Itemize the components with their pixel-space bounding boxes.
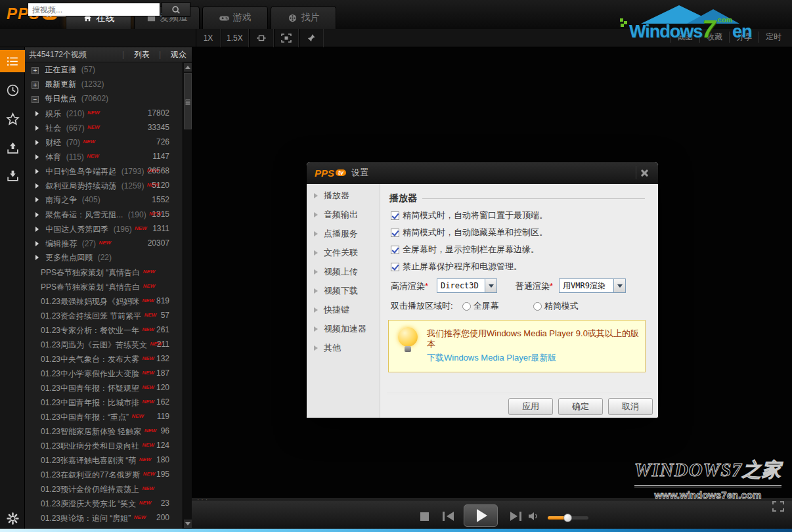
rail-settings-button[interactable] (0, 507, 25, 529)
radio-icon[interactable] (462, 302, 471, 311)
list-item[interactable]: 中国达人秀第四季 (196) NEW 1311 (25, 221, 183, 236)
checkbox-checked-icon[interactable] (391, 263, 399, 271)
dialog-close-button[interactable] (636, 166, 651, 179)
checkbox-checked-icon[interactable] (391, 246, 399, 254)
list-item[interactable]: 中日钓鱼岛争端再起 (1793) NEW 26568 (25, 164, 183, 178)
list-item[interactable]: − 每日焦点 (70602) (25, 91, 183, 106)
sidebar-tab-viewers[interactable]: 观众 (164, 47, 192, 62)
list-item[interactable]: 01.23中国青年报：“重点” NEW 119 (25, 409, 183, 424)
normal-render-select[interactable]: 用VMR9渲染 (559, 278, 626, 293)
radio-icon[interactable] (533, 302, 542, 311)
zoom-1x-button[interactable]: 1X (196, 29, 221, 47)
dialog-nav-item[interactable]: 快捷键 (307, 300, 380, 319)
checkbox-row[interactable]: 全屏幕时，显示控制栏在屏幕边缘。 (391, 244, 539, 255)
list-item[interactable]: 社会 (667) NEW 33345 (25, 120, 183, 135)
checkbox-checked-icon[interactable] (391, 211, 399, 220)
dropdown-arrow-icon[interactable] (485, 279, 496, 292)
dialog-nav-item[interactable]: 视频下载 (307, 281, 380, 300)
hd-render-select[interactable]: Direct3D (437, 278, 497, 293)
dialog-nav-item[interactable]: 点播服务 (307, 224, 380, 243)
list-item[interactable]: 01.23最强辣妈现身《妈妈咪 NEW 819 (25, 294, 183, 308)
player-fullscreen-button[interactable] (772, 501, 784, 512)
list-item[interactable]: 01.23中国青年报：比城市排 NEW 162 (25, 395, 183, 409)
list-item[interactable]: 01.23张嘉译触电喜剧演 “萌 NEW 180 (25, 453, 183, 467)
list-item[interactable]: 叙利亚局势持续动荡 (1259) NEW 5120 (25, 178, 183, 192)
quick-action-button[interactable]: 收藏 (699, 32, 729, 43)
search-input[interactable] (28, 4, 160, 16)
previous-button[interactable] (443, 512, 457, 522)
volume-slider[interactable] (548, 516, 588, 520)
dialog-header[interactable]: PPS tv 设置 (307, 162, 658, 184)
list-item[interactable]: 聚焦春运：风雪无阻... (190) NEW 1315 (25, 207, 183, 221)
stop-button[interactable] (420, 512, 429, 521)
dialog-button[interactable]: 取消 (608, 398, 653, 415)
dialog-button[interactable]: 应用 (508, 398, 553, 415)
list-item[interactable]: 01.23资金持续回笼 节前紧平 NEW 57 (25, 308, 183, 322)
list-item[interactable]: 01.23预计金价仍维持震荡上 NEW (25, 481, 183, 496)
list-item[interactable]: PPS春节独家策划 “真情告白 NEW (25, 279, 183, 294)
dialog-button[interactable]: 确定 (558, 398, 603, 415)
rail-history-button[interactable] (0, 79, 25, 101)
dialog-nav-item[interactable]: 视频加速器 (307, 319, 380, 338)
tab-games[interactable]: 游戏 (202, 6, 268, 29)
sidebar-tab-list[interactable]: 列表 (127, 47, 156, 62)
rail-download-button[interactable] (0, 164, 25, 187)
zoom-15x-button[interactable]: 1.5X (221, 29, 249, 47)
rail-upload-button[interactable] (0, 137, 25, 159)
list-item[interactable]: 财经 (70) NEW 726 (25, 135, 183, 149)
volume-mute-button[interactable] (528, 511, 540, 524)
radio-option[interactable]: 全屏幕 (462, 300, 499, 312)
radio-option[interactable]: 精简模式 (533, 300, 579, 312)
list-item[interactable]: 01.23职业病分类和目录向社 NEW 124 (25, 438, 183, 453)
expand-toggle-icon[interactable]: − (32, 96, 39, 103)
quick-action-button[interactable]: 分享 (729, 32, 759, 43)
pin-button[interactable] (299, 29, 324, 47)
tab-find[interactable]: 找片 (271, 6, 336, 29)
list-item[interactable]: + 正在直播 (57) (25, 62, 183, 77)
rail-playlist-button[interactable] (0, 50, 25, 72)
dialog-nav-item[interactable]: 播放器 (307, 186, 380, 205)
compact-mode-button[interactable] (249, 29, 274, 47)
seek-bar[interactable] (192, 498, 792, 500)
list-item[interactable]: 娱乐 (210) NEW 17802 (25, 106, 183, 120)
play-button[interactable] (464, 504, 498, 527)
checkbox-row[interactable]: 精简模式时，自动隐藏菜单和控制区。 (391, 227, 548, 238)
list-item[interactable]: 01.23中央气象台：发布大雾 NEW 132 (25, 351, 183, 366)
list-item[interactable]: 更多焦点回顾 (22) (25, 250, 183, 265)
expand-toggle-icon[interactable]: + (32, 81, 39, 89)
dialog-nav-item[interactable]: 音频输出 (307, 205, 380, 224)
list-item[interactable]: 01.23智能家居新体验 轻触家 NEW 96 (25, 424, 183, 438)
checkbox-checked-icon[interactable] (391, 229, 399, 237)
list-item[interactable]: 01.23周迅为《云图》苦练英文 NEW 211 (25, 337, 183, 351)
next-button[interactable] (507, 512, 521, 522)
list-item[interactable]: 01.23庾澄庆大赞东北 “笑文 NEW 23 (25, 496, 183, 510)
dialog-nav-item[interactable]: 视频上传 (307, 262, 380, 281)
list-item[interactable]: 编辑推荐 (27) NEW 20307 (25, 236, 183, 250)
checkbox-row[interactable]: 精简模式时，自动将窗口置于最顶端。 (391, 210, 548, 221)
list-item[interactable]: 南海之争 (405) 1552 (25, 192, 183, 207)
rail-favorites-button[interactable] (0, 108, 25, 130)
volume-knob[interactable] (563, 514, 572, 522)
dialog-nav-item[interactable]: 其他 (307, 338, 380, 357)
dropdown-arrow-icon[interactable] (613, 279, 625, 292)
sidebar-scrollbar[interactable] (183, 62, 192, 532)
search-button[interactable] (162, 2, 190, 17)
wmp-download-link[interactable]: 下载Windows Media Player最新版 (427, 352, 556, 364)
scroll-up-button[interactable] (184, 63, 192, 72)
scrollbar-thumb[interactable] (184, 73, 192, 129)
fullscreen-button[interactable] (274, 29, 299, 47)
list-item[interactable]: 01.23中国青年报：怀疑观望 NEW 120 (25, 380, 183, 395)
list-item[interactable]: PPS春节独家策划 “真情告白 NEW (25, 265, 183, 279)
expand-toggle-icon[interactable]: + (32, 67, 39, 74)
quick-action-button[interactable]: 定时 (759, 32, 788, 43)
scroll-down-button[interactable] (184, 520, 192, 528)
list-item[interactable]: + 最新更新 (1232) (25, 77, 183, 91)
list-item[interactable]: 01.23舆论场：追问 “房姐” NEW 200 (25, 510, 183, 525)
list-item[interactable]: 01.23专家分析：餐饮业一年 NEW 261 (25, 322, 183, 337)
quick-action-button[interactable]: 截图 (670, 32, 699, 43)
list-item[interactable]: 01.23在叙利亚的77名俄罗斯 NEW 195 (25, 467, 183, 481)
list-item[interactable]: 体育 (115) NEW 1147 (25, 149, 183, 164)
dialog-nav-item[interactable]: 文件关联 (307, 243, 380, 262)
list-item[interactable]: 01.23中小学寒假作业大变脸 NEW 187 (25, 366, 183, 380)
checkbox-row[interactable]: 禁止屏幕保护程序和电源管理。 (391, 261, 522, 273)
